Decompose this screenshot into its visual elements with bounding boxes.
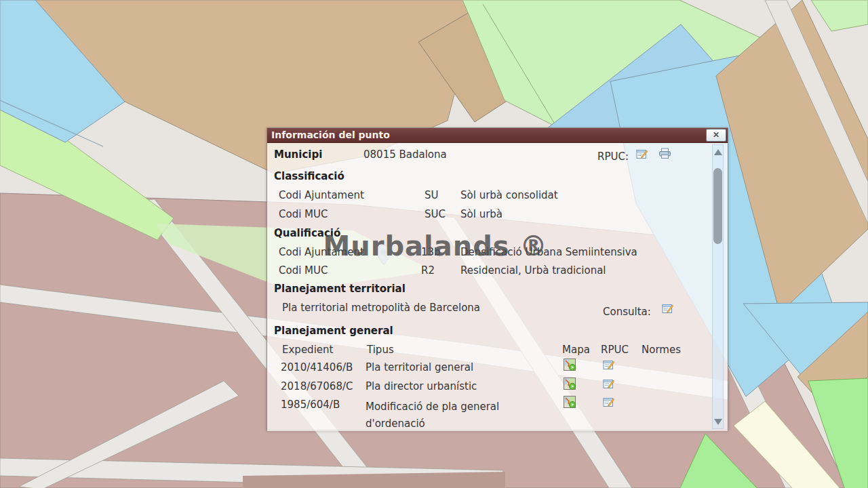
col-header-mapa: Mapa: [562, 344, 590, 356]
section-title-territorial: Planejament territorial: [274, 283, 406, 295]
row-desc: Residencial, Urbà tradicional: [460, 264, 606, 277]
document-edit-icon[interactable]: [636, 148, 648, 163]
section-title-qualificacio: Qualificació: [274, 227, 340, 239]
col-header-normes: Normes: [642, 344, 681, 356]
cell-expedient: 1985/604/B: [281, 399, 340, 411]
row-code: SUC: [425, 208, 446, 220]
triangle-up-icon: [714, 149, 722, 155]
row-desc: Sòl urbà consolidat: [460, 189, 558, 201]
municipi-label: Municipi: [274, 148, 322, 161]
printer-icon[interactable]: [658, 148, 671, 162]
scroll-down-button[interactable]: [713, 416, 723, 427]
document-edit-icon[interactable]: [603, 396, 614, 411]
close-button[interactable]: ✕: [706, 129, 726, 142]
map-preview-icon[interactable]: [564, 359, 576, 374]
scrollbar-thumb[interactable]: [713, 168, 722, 244]
row-label: Codi MUC: [279, 208, 328, 220]
rpuc-label: RPUC:: [597, 150, 629, 163]
popup-scrollbar[interactable]: [712, 144, 724, 429]
cell-tipus: Modificació de pla general d'ordenació: [366, 399, 540, 432]
municipi-value: 08015 Badalona: [363, 148, 447, 161]
col-header-tipus: Tipus: [367, 344, 394, 356]
consulta-label: Consulta:: [603, 306, 651, 318]
app-viewport: Información del punto ✕ Municipi 08015 B…: [0, 0, 868, 488]
section-title-classificacio: Classificació: [274, 170, 344, 182]
triangle-down-icon: [714, 419, 722, 425]
close-icon: ✕: [713, 130, 719, 140]
map-preview-icon[interactable]: [564, 396, 576, 411]
cell-expedient: 2010/41406/B: [281, 361, 353, 373]
row-code: SU: [425, 189, 439, 201]
cell-expedient: 2018/67068/C: [281, 380, 353, 392]
row-desc: Sòl urbà: [460, 208, 502, 220]
popup-titlebar: Información del punto ✕: [267, 128, 728, 143]
cell-tipus: Pla territorial general: [366, 361, 473, 373]
document-edit-icon[interactable]: [662, 303, 673, 317]
section-title-general: Planejament general: [274, 325, 393, 337]
document-edit-icon[interactable]: [603, 378, 614, 392]
row-label: Codi Ajuntament: [279, 246, 364, 258]
info-popup: Información del punto ✕ Municipi 08015 B…: [267, 127, 728, 430]
popup-body: Municipi 08015 Badalona RPUC: Classifica…: [267, 143, 728, 431]
cell-tipus: Pla director urbanístic: [366, 380, 477, 392]
document-edit-icon[interactable]: [603, 359, 614, 373]
row-label: Codi MUC: [279, 264, 328, 277]
col-header-expedient: Expedient: [282, 344, 333, 356]
popup-title: Información del punto: [271, 129, 390, 140]
col-header-rpuc: RPUC: [601, 344, 629, 356]
row-label: Codi Ajuntament: [279, 189, 364, 201]
scroll-up-button[interactable]: [713, 146, 723, 157]
row-code: R2: [421, 264, 435, 277]
territorial-plan: Pla territorial metropolità de Barcelona: [282, 302, 480, 314]
row-desc: Densificació Urbana Semiintensiva: [460, 246, 637, 258]
row-code: 13b: [421, 246, 441, 258]
map-preview-icon[interactable]: [564, 378, 576, 393]
